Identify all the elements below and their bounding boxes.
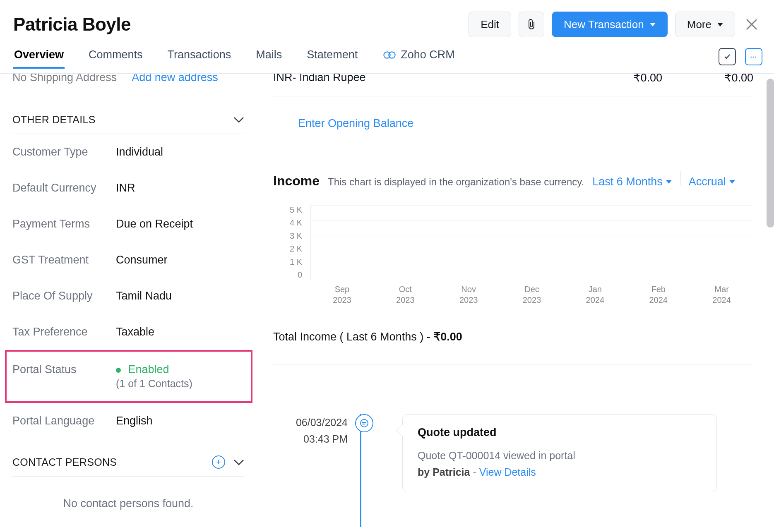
y-tick: 1 K <box>290 257 302 267</box>
view-details-link[interactable]: View Details <box>479 464 536 480</box>
checklist-icon-button[interactable] <box>719 48 736 65</box>
gridline <box>311 265 753 265</box>
y-tick: 3 K <box>290 231 302 241</box>
edit-button[interactable]: Edit <box>469 12 511 37</box>
activity-timeline: 06/03/2024 03:43 PM Quote updated Quote … <box>273 414 753 492</box>
total-income-label: Total Income ( Last 6 Months ) - <box>273 331 433 343</box>
caret-down-icon <box>650 23 656 26</box>
value-gst-treatment: Consumer <box>116 254 168 266</box>
tab-comments[interactable]: Comments <box>88 48 144 69</box>
tab-zoho-crm[interactable]: Zoho CRM <box>382 48 456 69</box>
range-dropdown[interactable]: Last 6 Months <box>592 175 672 188</box>
check-icon <box>723 53 731 61</box>
value-portal-status: Enabled <box>116 363 192 376</box>
currency-balance-row: INR- Indian Rupee ₹0.00 ₹0.00 <box>273 74 753 96</box>
row-gst-treatment: GST Treatment Consumer <box>12 242 244 278</box>
event-timestamp: 06/03/2024 03:43 PM <box>273 414 348 447</box>
tab-transactions[interactable]: Transactions <box>167 48 232 69</box>
tab-statement[interactable]: Statement <box>306 48 358 69</box>
chevron-down-icon <box>233 455 244 469</box>
more-button[interactable]: More <box>675 12 735 37</box>
caret-down-icon <box>729 180 735 184</box>
y-tick: 4 K <box>290 218 302 228</box>
label-tax-preference: Tax Preference <box>12 326 116 338</box>
event-by-name: Patricia <box>433 466 470 478</box>
tab-zoho-crm-label: Zoho CRM <box>401 48 455 61</box>
portal-status-text: Enabled <box>128 363 169 376</box>
income-note: This chart is displayed in the organizat… <box>328 176 584 188</box>
close-button[interactable] <box>743 15 761 34</box>
value-default-currency: INR <box>116 182 135 194</box>
other-details-title: OTHER DETAILS <box>12 114 96 126</box>
label-default-currency: Default Currency <box>12 182 116 194</box>
currency-label: INR- Indian Rupee <box>273 74 571 84</box>
portal-status-sub: (1 of 1 Contacts) <box>116 378 192 390</box>
scrollbar[interactable] <box>767 79 774 228</box>
x-tick: Nov2023 <box>437 284 500 305</box>
row-portal-status: Portal Status Enabled (1 of 1 Contacts) <box>5 350 252 403</box>
event-by-prefix: by <box>418 466 433 478</box>
zoho-crm-icon <box>382 50 397 60</box>
chart-x-axis: Sep2023Oct2023Nov2023Dec2023Jan2024Feb20… <box>310 284 753 305</box>
gridline <box>311 205 753 206</box>
x-tick: Feb2024 <box>627 284 690 305</box>
income-title: Income <box>273 173 320 189</box>
other-details-header[interactable]: OTHER DETAILS <box>12 113 244 134</box>
tab-bar: Overview Comments Transactions Mails Sta… <box>0 44 774 74</box>
event-title: Quote updated <box>418 426 702 439</box>
income-header: Income This chart is displayed in the or… <box>273 171 753 189</box>
sidebar: No Shipping Address Add new address OTHE… <box>0 74 257 527</box>
chat-dots-icon: ⋯ <box>750 53 757 61</box>
x-tick: Jan2024 <box>563 284 627 305</box>
contact-persons-header[interactable]: CONTACT PERSONS + <box>12 455 244 477</box>
label-customer-type: Customer Type <box>12 146 116 158</box>
add-contact-person-button[interactable]: + <box>212 455 225 469</box>
tab-mails[interactable]: Mails <box>255 48 283 69</box>
event-time: 03:43 PM <box>273 431 348 447</box>
chart-y-axis: 5 K4 K3 K2 K1 K0 <box>273 205 302 280</box>
caret-down-icon <box>666 180 672 184</box>
basis-dropdown[interactable]: Accrual <box>689 175 735 188</box>
label-gst-treatment: GST Treatment <box>12 254 116 266</box>
chat-icon-button[interactable]: ⋯ <box>745 48 762 65</box>
value-portal-language: English <box>116 415 153 427</box>
event-body: Quote QT-000014 viewed in portal by Patr… <box>418 447 702 480</box>
event-body-text: Quote QT-000014 viewed in portal <box>418 450 575 461</box>
contact-persons-title: CONTACT PERSONS <box>12 456 117 468</box>
row-default-currency: Default Currency INR <box>12 170 244 206</box>
shipping-address-row: No Shipping Address Add new address <box>12 74 244 84</box>
separator <box>680 171 680 185</box>
basis-label: Accrual <box>689 175 726 188</box>
value-tax-preference: Taxable <box>116 326 154 338</box>
chevron-down-icon <box>233 113 244 126</box>
caret-down-icon <box>717 23 723 26</box>
x-tick: Mar2024 <box>690 284 753 305</box>
y-tick: 0 <box>298 270 302 280</box>
value-place-of-supply: Tamil Nadu <box>116 290 172 302</box>
currency-amount-1: ₹0.00 <box>588 74 662 84</box>
currency-amount-2: ₹0.00 <box>679 74 753 84</box>
event-card: Quote updated Quote QT-000014 viewed in … <box>402 414 717 492</box>
value-customer-type: Individual <box>116 146 163 158</box>
gridline <box>311 280 753 280</box>
x-tick: Sep2023 <box>310 284 374 305</box>
enter-opening-balance-link[interactable]: Enter Opening Balance <box>298 117 413 130</box>
status-dot-icon <box>116 368 121 373</box>
row-payment-terms: Payment Terms Due on Receipt <box>12 206 244 242</box>
chart-plot-area <box>310 205 753 280</box>
x-tick: Oct2023 <box>374 284 437 305</box>
row-place-of-supply: Place Of Supply Tamil Nadu <box>12 278 244 314</box>
label-payment-terms: Payment Terms <box>12 218 116 230</box>
attachment-button[interactable] <box>519 12 544 37</box>
value-payment-terms: Due on Receipt <box>116 218 193 230</box>
label-portal-status: Portal Status <box>12 363 116 376</box>
new-transaction-button[interactable]: New Transaction <box>552 12 668 37</box>
total-income-value: ₹0.00 <box>433 331 462 343</box>
shipping-address-label: No Shipping Address <box>12 74 117 84</box>
gridline <box>311 220 753 220</box>
add-address-link[interactable]: Add new address <box>132 74 218 84</box>
y-tick: 2 K <box>290 244 302 254</box>
range-label: Last 6 Months <box>592 175 663 188</box>
no-contacts-message: No contact persons found. <box>12 497 244 510</box>
tab-overview[interactable]: Overview <box>13 48 65 69</box>
